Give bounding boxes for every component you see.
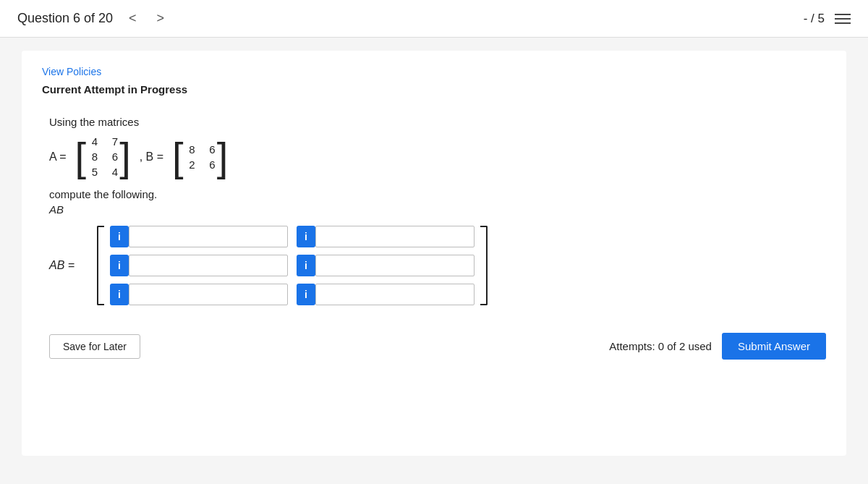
footer-row: Save for Later Attempts: 0 of 2 used Sub… (49, 333, 826, 360)
info-btn-10[interactable]: i (110, 255, 129, 276)
matrix-a-bracket: [ 4 7 8 6 5 4 ] (74, 135, 132, 178)
info-btn-01[interactable]: i (297, 226, 315, 247)
info-btn-00[interactable]: i (110, 226, 129, 247)
top-bar-right: - / 5 (804, 12, 851, 26)
ab-equation-row: AB = i i (49, 226, 826, 305)
matrix-a-grid: 4 7 8 6 5 4 (88, 135, 118, 178)
next-question-button[interactable]: > (153, 9, 169, 27)
question-body: Using the matrices A = [ 4 7 8 6 5 4 ] ,… (42, 109, 826, 360)
ab-eq-label: AB = (49, 259, 87, 272)
matrix-b-cell-10: 2 (185, 158, 195, 171)
info-btn-21[interactable]: i (297, 284, 315, 305)
answer-cell-00: i (110, 226, 288, 247)
answer-input-20[interactable] (129, 284, 288, 305)
answer-bracket-right (480, 226, 488, 305)
submit-answer-button[interactable]: Submit Answer (722, 333, 826, 360)
compute-target-label: AB (49, 203, 826, 216)
matrix-b-label: , B = (140, 150, 163, 164)
answer-bracket-left (97, 226, 104, 305)
matrix-a-label: A = (49, 150, 67, 164)
top-bar-left: Question 6 of 20 < > (17, 9, 169, 27)
main-content: View Policies Current Attempt in Progres… (22, 51, 846, 456)
answer-input-10[interactable] (129, 255, 288, 276)
answer-cell-21: i (297, 284, 475, 305)
score-label: - / 5 (804, 12, 825, 26)
matrix-a-bracket-right: ] (119, 137, 131, 177)
question-label: Question 6 of 20 (17, 11, 113, 26)
matrix-b-cell-00: 8 (185, 143, 195, 156)
compute-text: compute the following. (49, 188, 826, 200)
answer-input-21[interactable] (315, 284, 475, 305)
save-later-button[interactable]: Save for Later (49, 334, 140, 359)
matrix-b-bracket-right: ] (217, 137, 229, 177)
matrix-a-cell-10: 8 (88, 150, 98, 163)
answer-cell-10: i (110, 255, 288, 276)
matrix-b-cell-11: 6 (205, 158, 216, 171)
footer-right: Attempts: 0 of 2 used Submit Answer (609, 333, 826, 360)
matrix-a-cell-11: 6 (108, 150, 118, 163)
answer-input-01[interactable] (315, 226, 475, 247)
answer-rows: i i i (110, 226, 475, 305)
info-btn-11[interactable]: i (297, 255, 315, 276)
matrices-row: A = [ 4 7 8 6 5 4 ] , B = [ 8 (49, 135, 826, 178)
prev-question-button[interactable]: < (124, 9, 141, 27)
matrix-b-bracket-left: [ (172, 137, 184, 177)
answer-cell-11: i (297, 255, 475, 276)
matrix-a-cell-00: 4 (88, 135, 98, 148)
matrix-a-cell-21: 4 (108, 166, 118, 178)
info-btn-20[interactable]: i (110, 284, 129, 305)
attempts-text: Attempts: 0 of 2 used (609, 340, 712, 352)
answer-input-00[interactable] (129, 226, 288, 247)
answer-matrix-wrap: i i i (97, 226, 488, 305)
using-matrices-text: Using the matrices (49, 116, 826, 128)
view-policies-link[interactable]: View Policies (42, 66, 101, 77)
matrix-b-cell-01: 6 (205, 143, 216, 156)
menu-icon[interactable] (835, 14, 851, 24)
answer-row-1: i i (110, 255, 475, 276)
matrix-a-cell-01: 7 (108, 135, 118, 148)
top-bar: Question 6 of 20 < > - / 5 (0, 0, 868, 38)
matrix-a-cell-20: 5 (88, 166, 98, 178)
matrix-b-bracket: [ 8 6 2 6 ] (171, 137, 229, 177)
answer-row-0: i i (110, 226, 475, 247)
answer-cell-20: i (110, 284, 288, 305)
answer-cell-01: i (297, 226, 475, 247)
matrix-b-grid: 8 6 2 6 (185, 143, 216, 171)
answer-input-11[interactable] (315, 255, 475, 276)
answer-row-2: i i (110, 284, 475, 305)
matrix-a-bracket-left: [ (75, 137, 87, 177)
attempt-in-progress-label: Current Attempt in Progress (42, 83, 826, 95)
